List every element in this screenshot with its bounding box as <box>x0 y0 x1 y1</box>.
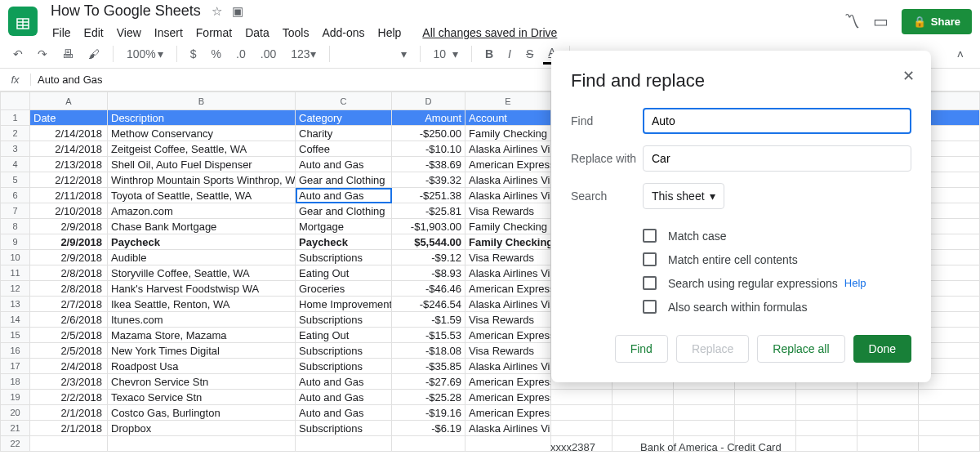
cell[interactable]: 2/9/2018 <box>30 250 108 265</box>
format-menu[interactable]: 123▾ <box>286 44 320 64</box>
cell[interactable] <box>674 405 735 421</box>
cell[interactable]: Visa Rewards <box>466 203 551 219</box>
cell[interactable]: American Express <box>466 328 551 343</box>
sheets-logo[interactable] <box>8 7 38 36</box>
cell[interactable]: Subscriptions <box>296 312 392 328</box>
cell[interactable]: Audible <box>108 250 296 265</box>
cell[interactable]: Subscriptions <box>296 421 392 436</box>
replace-all-button[interactable]: Replace all <box>757 335 844 363</box>
row-header[interactable]: 12 <box>1 281 30 297</box>
italic-icon[interactable]: I <box>503 44 516 64</box>
cell[interactable]: Mortgage <box>296 219 392 234</box>
formula-input[interactable]: Auto and Gas <box>31 74 109 86</box>
cell[interactable]: 2/10/2018 <box>30 203 108 219</box>
cell[interactable] <box>858 421 919 436</box>
cell[interactable]: Visa Rewards <box>466 343 551 359</box>
menu-insert[interactable]: Insert <box>148 23 189 42</box>
cell[interactable]: -$10.10 <box>392 141 466 157</box>
cell[interactable]: New York Times Digital <box>108 343 296 359</box>
cell[interactable]: Auto and Gas <box>296 405 392 421</box>
menu-help[interactable]: Help <box>372 23 408 42</box>
cell[interactable]: Roadpost Usa <box>108 359 296 374</box>
percent-icon[interactable]: % <box>207 44 226 64</box>
comments-icon[interactable]: ▭ <box>873 11 889 31</box>
cell[interactable]: 2/14/2018 <box>30 141 108 157</box>
cell[interactable]: 2/9/2018 <box>30 234 108 250</box>
cell[interactable] <box>796 421 858 436</box>
col-header[interactable]: C <box>296 92 392 110</box>
cell[interactable]: -$8.93 <box>392 265 466 281</box>
row-header[interactable]: 8 <box>1 219 30 234</box>
cell[interactable]: American Express <box>466 281 551 297</box>
zoom-select[interactable]: 100% ▾ <box>122 44 168 64</box>
cell[interactable]: Gear and Clothing <box>296 172 392 188</box>
cell[interactable]: Family Checking <box>466 234 551 250</box>
header-cell[interactable]: Description <box>108 110 296 126</box>
col-header[interactable]: D <box>392 92 466 110</box>
cell[interactable]: 2/6/2018 <box>30 312 108 328</box>
increase-decimal-icon[interactable]: .00 <box>256 44 281 64</box>
cell[interactable] <box>858 405 919 421</box>
cell[interactable]: 2/11/2018 <box>30 188 108 203</box>
cell[interactable]: Auto and Gas <box>296 157 392 172</box>
cell[interactable]: Alaska Airlines Visa <box>466 297 551 312</box>
cell[interactable] <box>674 390 735 405</box>
strike-icon[interactable]: S <box>521 44 538 64</box>
cell[interactable]: -$27.69 <box>392 374 466 390</box>
header-cell[interactable]: Amount <box>392 110 466 126</box>
cell[interactable]: Subscriptions <box>296 343 392 359</box>
cell[interactable]: -$1.59 <box>392 312 466 328</box>
row-header[interactable]: 17 <box>1 359 30 374</box>
cell[interactable]: Mazama Store, Mazama <box>108 328 296 343</box>
cell[interactable]: 2/13/2018 <box>30 157 108 172</box>
cell[interactable]: 2/1/2018 <box>30 421 108 436</box>
row-header[interactable]: 20 <box>1 405 30 421</box>
cell[interactable]: Auto and Gas <box>296 390 392 405</box>
cell[interactable]: Alaska Airlines Visa <box>466 172 551 188</box>
cell[interactable]: Texaco Service Stn <box>108 390 296 405</box>
cell[interactable]: Eating Out <box>296 328 392 343</box>
row-header[interactable]: 10 <box>1 250 30 265</box>
cell[interactable] <box>735 390 796 405</box>
cell[interactable]: Dropbox <box>108 421 296 436</box>
cell[interactable]: Groceries <box>296 281 392 297</box>
row-header[interactable]: 18 <box>1 374 30 390</box>
cell[interactable]: 2/5/2018 <box>30 343 108 359</box>
replace-button[interactable]: Replace <box>676 335 749 363</box>
cell[interactable] <box>674 421 735 436</box>
cell[interactable]: Chase Bank Mortgage <box>108 219 296 234</box>
menu-format[interactable]: Format <box>189 23 238 42</box>
done-button[interactable]: Done <box>853 335 911 363</box>
cell[interactable]: Winthrop Mountain Sports Winthrop, WA <box>108 172 296 188</box>
cell[interactable]: -$251.38 <box>392 188 466 203</box>
cell[interactable]: Paycheck <box>296 234 392 250</box>
cell[interactable] <box>551 405 612 421</box>
cell[interactable]: Family Checking <box>466 126 551 141</box>
cell[interactable]: -$39.32 <box>392 172 466 188</box>
row-header[interactable]: 11 <box>1 265 30 281</box>
cell[interactable]: -$25.81 <box>392 203 466 219</box>
cell[interactable]: 2/1/2018 <box>30 405 108 421</box>
collapse-toolbar-icon[interactable]: ʌ <box>957 47 964 60</box>
row-header[interactable]: 3 <box>1 141 30 157</box>
doc-title[interactable]: How To Google Sheets <box>46 1 206 21</box>
cell[interactable]: Visa Rewards <box>466 250 551 265</box>
close-icon[interactable]: ✕ <box>902 67 915 85</box>
cell[interactable]: Eating Out <box>296 265 392 281</box>
cell[interactable] <box>735 405 796 421</box>
cell[interactable]: Toyota of Seattle, Seattle, WA <box>108 188 296 203</box>
cell[interactable]: Alaska Airlines Visa <box>466 421 551 436</box>
cell[interactable]: American Express <box>466 374 551 390</box>
col-header[interactable]: A <box>30 92 108 110</box>
cell[interactable]: -$25.28 <box>392 390 466 405</box>
cell[interactable]: -$15.53 <box>392 328 466 343</box>
currency-icon[interactable]: $ <box>185 44 202 64</box>
cell[interactable]: -$9.12 <box>392 250 466 265</box>
row-header[interactable]: 7 <box>1 203 30 219</box>
row-header[interactable]: 4 <box>1 157 30 172</box>
menu-add-ons[interactable]: Add-ons <box>315 23 371 42</box>
redo-icon[interactable]: ↷ <box>33 44 52 64</box>
cell[interactable]: 2/7/2018 <box>30 297 108 312</box>
cell[interactable]: Paycheck <box>108 234 296 250</box>
cell[interactable]: Auto and Gas <box>296 374 392 390</box>
